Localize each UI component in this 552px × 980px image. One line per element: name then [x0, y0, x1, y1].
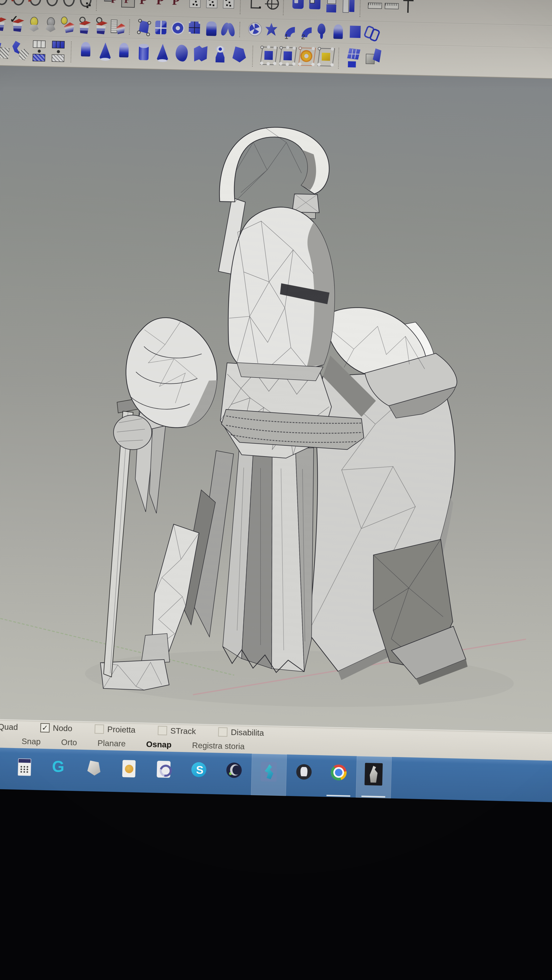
- torus-tool[interactable]: [171, 19, 185, 38]
- curve-through-points-tool[interactable]: [78, 0, 93, 8]
- solid-wedge-tool[interactable]: [231, 43, 249, 68]
- corner-points-tool[interactable]: [248, 0, 263, 12]
- solid-cone-tool[interactable]: [97, 41, 115, 65]
- taskbar-phone-companion[interactable]: [146, 751, 182, 793]
- solid-fold-tool[interactable]: [193, 43, 210, 67]
- circle-center-tool[interactable]: [265, 0, 279, 13]
- knight-skirt-folds[interactable]: [222, 442, 316, 673]
- surface-from-planar-curves-tool[interactable]: [154, 18, 169, 37]
- knight-left-pauldron[interactable]: [125, 317, 219, 428]
- sweep-2-rails-tool[interactable]: 2: [297, 22, 313, 41]
- taskbar-chrome[interactable]: [321, 755, 357, 797]
- ruler-tool[interactable]: [368, 0, 383, 15]
- revolve-tool[interactable]: [314, 22, 329, 41]
- tsquare-tool[interactable]: [401, 0, 416, 16]
- taskbar-rhinoceros[interactable]: [356, 756, 392, 799]
- point-box-tool[interactable]: P: [121, 0, 136, 9]
- osnap-quad[interactable]: Quad: [0, 722, 18, 732]
- cage-edit-tool[interactable]: [260, 44, 277, 69]
- taskbar-3d-modeling-app[interactable]: [76, 749, 112, 792]
- checkbox-nodo[interactable]: ✓: [40, 723, 49, 733]
- mesh-from-polysurface-tool[interactable]: [11, 38, 29, 63]
- point-eraser-tool[interactable]: P: [171, 0, 186, 10]
- move-uvn-tool[interactable]: [365, 47, 382, 72]
- taskbar-calculator[interactable]: [6, 748, 42, 790]
- taskbar-music-app[interactable]: [216, 753, 252, 795]
- surface-column-tool[interactable]: [341, 0, 356, 14]
- points-scatter-tool-1[interactable]: [188, 0, 203, 11]
- perspective-viewport[interactable]: [0, 65, 552, 733]
- patch-tool[interactable]: [247, 21, 262, 39]
- taskbar-skype[interactable]: S: [181, 752, 217, 794]
- loft-tool[interactable]: [221, 20, 236, 39]
- extrude-surface-tool[interactable]: [204, 19, 219, 38]
- osnap-disabilita[interactable]: Disabilita: [218, 727, 264, 738]
- surface-edit-points-tool[interactable]: [346, 46, 363, 71]
- convert-from-mesh-tool[interactable]: [49, 39, 67, 64]
- cage-deform-ring-tool[interactable]: [298, 45, 315, 70]
- sweep-1-rail-tool[interactable]: 1: [281, 21, 295, 40]
- ellipse-corner-tool[interactable]: [61, 0, 76, 8]
- solid-cylinder-tool[interactable]: [78, 40, 96, 65]
- surface-edge-tool[interactable]: [308, 0, 322, 14]
- checkbox-disabilita[interactable]: [218, 727, 228, 737]
- ellipse-tool[interactable]: [0, 0, 9, 6]
- ellipse-diameter-disabled-tool[interactable]: [27, 0, 42, 7]
- star-polygon-tool[interactable]: [264, 21, 279, 40]
- surface-from-points-tool[interactable]: [137, 18, 152, 37]
- layer-light-tool[interactable]: [60, 16, 75, 35]
- ruler-angle-tool[interactable]: [384, 0, 399, 15]
- taskbar-alienware-command-center[interactable]: [286, 754, 322, 797]
- solid-cylinder-2-tool[interactable]: [136, 41, 153, 66]
- point-tool-1[interactable]: P: [137, 0, 152, 10]
- checkbox-strack[interactable]: [158, 726, 167, 735]
- label: Quad: [0, 722, 18, 732]
- checkbox-proietta[interactable]: [95, 724, 104, 734]
- solid-dome-tool[interactable]: [116, 41, 134, 66]
- surface-stack-tool[interactable]: [324, 0, 340, 14]
- layer-link-tool[interactable]: [77, 16, 92, 35]
- osnap-proietta[interactable]: Proietta: [95, 724, 136, 735]
- toggle-orto[interactable]: Orto: [61, 738, 77, 747]
- surface-corner-tool[interactable]: [291, 0, 306, 13]
- ellipse-disabled-tool[interactable]: [11, 0, 26, 6]
- point-tool-2[interactable]: P: [154, 0, 169, 10]
- surface-grid-tool[interactable]: [187, 19, 202, 38]
- knight-helmet[interactable]: [227, 206, 337, 381]
- cage-box-tool[interactable]: [317, 46, 335, 70]
- layer-tool[interactable]: [0, 14, 8, 33]
- plane-tool[interactable]: [348, 23, 363, 42]
- solid-pipe-tool[interactable]: [212, 43, 230, 68]
- toolbar-separator: [359, 0, 364, 17]
- toggle-snap[interactable]: Snap: [21, 737, 41, 746]
- toggle-osnap[interactable]: Osnap: [146, 740, 172, 749]
- convert-to-mesh-tool[interactable]: [30, 39, 48, 64]
- solid-cone-2-tool[interactable]: [155, 42, 172, 66]
- taskbar-logitech-gaming[interactable]: G: [41, 749, 77, 791]
- taskbar-media-player[interactable]: [111, 750, 147, 792]
- points-scatter-tool-3[interactable]: [222, 0, 236, 12]
- chain-edges-tool[interactable]: [365, 23, 380, 42]
- knight-model[interactable]: [0, 65, 539, 732]
- layer-check-tool[interactable]: ✓: [10, 15, 25, 34]
- layer-lock-tool[interactable]: [94, 17, 108, 36]
- rail-revolve-tool[interactable]: [331, 22, 346, 41]
- layer-off-tool[interactable]: [43, 16, 58, 35]
- ellipse-center-tool[interactable]: [44, 0, 59, 8]
- solid-ellipsoid-tool[interactable]: [174, 42, 191, 67]
- osnap-strack[interactable]: STrack: [158, 726, 196, 736]
- point-grid-tool[interactable]: P: [104, 0, 119, 9]
- points-scatter-tool-2[interactable]: [205, 0, 220, 11]
- layer-on-tool[interactable]: [27, 15, 41, 34]
- osnap-nodo[interactable]: ✓Nodo: [40, 723, 72, 733]
- toggle-registra-storia[interactable]: Registra storia: [192, 741, 245, 751]
- toolbar-separator: [283, 0, 287, 15]
- toolbar-separator: [96, 0, 101, 11]
- mesh-from-surface-tool[interactable]: [0, 38, 10, 63]
- taskbar-start-button[interactable]: [0, 747, 7, 789]
- cage-tool[interactable]: [279, 45, 296, 69]
- layer-list-tool[interactable]: [110, 17, 125, 36]
- toolbar-separator: [239, 0, 244, 14]
- toggle-planare[interactable]: Planare: [97, 738, 126, 748]
- taskbar-3d-viewer[interactable]: [251, 754, 287, 796]
